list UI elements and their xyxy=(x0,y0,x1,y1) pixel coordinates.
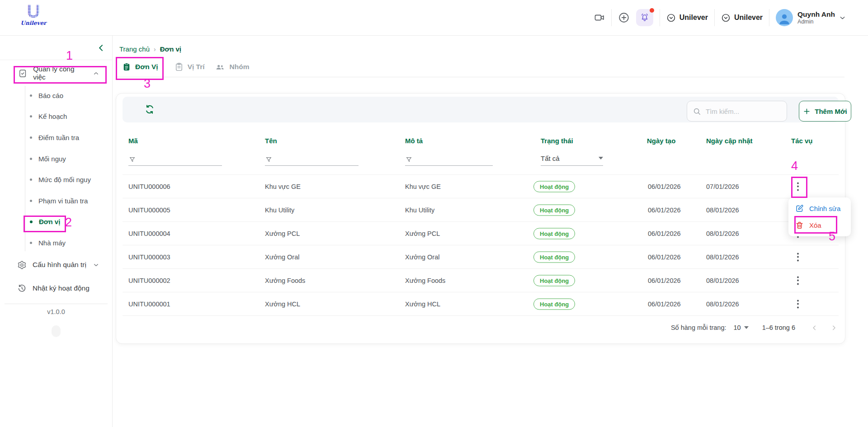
sidebar-item-muc-do-moi-nguy[interactable]: Mức độ mối nguy xyxy=(0,169,112,190)
scrollbar-thumb[interactable] xyxy=(52,325,61,337)
bullet-dot xyxy=(30,200,32,202)
cell-created: 06/01/2026 xyxy=(648,253,681,261)
cell-name: Xưởng Foods xyxy=(265,277,305,284)
column-header-name: Tên xyxy=(265,137,277,145)
table-row: UNITU000001 Xưởng HCL Xưởng HCL Hoạt độn… xyxy=(123,292,839,316)
column-header-updated: Ngày cập nhật xyxy=(706,137,753,145)
context-menu-edit[interactable]: Chỉnh sửa xyxy=(788,200,851,217)
context-menu-delete[interactable]: Xóa xyxy=(788,217,851,234)
row-actions-menu-button[interactable] xyxy=(793,250,802,264)
breadcrumb-home-link[interactable]: Trang chủ xyxy=(119,45,150,53)
row-actions-menu-button[interactable] xyxy=(793,179,802,193)
cell-created: 06/01/2026 xyxy=(648,277,681,284)
divider xyxy=(5,304,108,304)
sidebar-item-activity-log[interactable]: Nhật ký hoạt động xyxy=(0,279,112,297)
column-header-created: Ngày tạo xyxy=(647,137,675,145)
tab-vi-tri[interactable]: Vị Trí xyxy=(175,62,205,71)
sidebar-item-ke-hoach[interactable]: Kế hoạch xyxy=(0,106,112,127)
app-root: U Unilever xyxy=(0,0,868,427)
cell-code: UNITU000002 xyxy=(128,277,170,284)
org-switcher-2[interactable]: Unilever xyxy=(721,13,763,23)
search-input[interactable] xyxy=(705,107,779,116)
notification-badge xyxy=(650,8,654,13)
org-switcher-2-label: Unilever xyxy=(734,14,763,22)
status-badge: Hoạt động xyxy=(533,251,575,263)
unilever-u-icon: U xyxy=(20,3,47,21)
org-switcher-1-label: Unilever xyxy=(679,14,708,22)
next-page-button[interactable] xyxy=(830,324,838,332)
tab-bar: Đơn Vị Vị Trí Nhóm xyxy=(112,57,249,77)
sidebar-item-bao-cao[interactable]: Báo cáo xyxy=(0,85,112,106)
sidebar-collapse-button[interactable] xyxy=(97,43,106,52)
status-badge: Hoạt động xyxy=(533,298,575,310)
column-header-code: Mã xyxy=(128,137,138,145)
cell-updated: 08/01/2026 xyxy=(706,277,739,284)
user-info[interactable]: Quynh Anh Admin xyxy=(797,10,835,25)
cell-updated: 08/01/2026 xyxy=(706,253,739,261)
sidebar-item-pham-vi-tuan-tra[interactable]: Phạm vi tuần tra xyxy=(0,190,112,211)
bell-icon xyxy=(640,13,650,23)
cell-description: Xưởng HCL xyxy=(405,300,440,308)
tab-nhom[interactable]: Nhóm xyxy=(215,62,250,71)
context-menu-edit-label: Chỉnh sửa xyxy=(809,205,840,212)
top-bar-actions: Unilever Unilever Quynh Anh Admin xyxy=(594,0,846,35)
sidebar-item-don-vi[interactable]: Đơn vị xyxy=(0,211,112,233)
previous-page-button[interactable] xyxy=(811,324,818,332)
task-doc-icon xyxy=(18,69,27,78)
refresh-button[interactable] xyxy=(144,104,155,115)
sidebar-item-moi-nguy[interactable]: Mối nguy xyxy=(0,148,112,169)
breadcrumb-current: Đơn vị xyxy=(160,45,181,53)
column-header-actions: Tác vụ xyxy=(791,137,813,145)
person-icon xyxy=(777,11,792,26)
user-menu-chevron-icon[interactable] xyxy=(839,14,846,22)
add-circle-icon[interactable] xyxy=(618,12,630,23)
cell-code: UNITU000004 xyxy=(128,230,170,237)
user-avatar[interactable] xyxy=(776,9,793,26)
sidebar-item-admin-config[interactable]: Cấu hình quản trị xyxy=(0,256,112,274)
unilever-logo: U Unilever xyxy=(20,3,47,26)
status-filter-select[interactable]: Tất cả xyxy=(541,152,603,166)
svg-text:U: U xyxy=(27,3,40,21)
video-camera-icon[interactable] xyxy=(594,12,605,23)
rows-per-page-select[interactable]: 10 xyxy=(733,324,748,331)
filter-input-name[interactable] xyxy=(265,151,359,166)
divider xyxy=(769,9,769,26)
chevron-up-icon xyxy=(93,70,99,77)
sidebar-item-label: Quản lý công việc xyxy=(33,65,87,81)
notification-bell-button[interactable] xyxy=(636,9,653,26)
plus-icon xyxy=(803,108,811,115)
row-actions-menu-button[interactable] xyxy=(793,273,802,287)
sidebar-item-work-management[interactable]: Quản lý công việc xyxy=(0,64,112,82)
history-icon xyxy=(17,284,27,293)
tab-don-vi[interactable]: Đơn Vị xyxy=(122,62,158,71)
sidebar-item-nha-may[interactable]: Nhà máy xyxy=(0,232,112,253)
cell-description: Xưởng Foods xyxy=(405,277,445,284)
table-row: UNITU000004 Xưởng PCL Xưởng PCL Hoạt độn… xyxy=(123,221,839,245)
cell-code: UNITU000006 xyxy=(128,183,170,190)
table-row: UNITU000003 Xưởng Oral Xưởng Oral Hoạt đ… xyxy=(123,245,839,268)
cell-updated: 08/01/2026 xyxy=(706,206,739,214)
org-switcher-1[interactable]: Unilever xyxy=(666,13,708,23)
search-box xyxy=(687,101,787,122)
sidebar-item-label: Nhật ký hoạt động xyxy=(33,284,90,292)
cell-name: Khu Utility xyxy=(265,206,294,214)
filter-input-description[interactable] xyxy=(405,151,493,166)
sidebar-item-diem-tuan-tra[interactable]: Điểm tuần tra xyxy=(0,127,112,148)
bullet-dot xyxy=(30,221,33,223)
add-new-button[interactable]: Thêm Mới xyxy=(799,101,851,122)
bullet-dot xyxy=(30,115,32,117)
sidebar-item-label: Cấu hình quản trị xyxy=(33,261,86,269)
tab-label: Đơn Vị xyxy=(135,63,158,71)
user-role: Admin xyxy=(797,19,835,25)
row-actions-menu-button[interactable] xyxy=(793,297,802,311)
pagination-nav xyxy=(811,324,838,332)
filter-input-code[interactable] xyxy=(128,151,222,166)
cell-code: UNITU000001 xyxy=(128,300,170,308)
trash-icon xyxy=(795,221,804,230)
cell-name: Khu vực GE xyxy=(265,183,301,190)
circle-chevron-down-icon xyxy=(721,13,731,23)
rows-per-page-value: 10 xyxy=(733,324,741,331)
dropdown-caret-icon xyxy=(744,326,749,329)
sidebar-item-label: Điểm tuần tra xyxy=(38,134,79,141)
sidebar: Quản lý công việc Báo cáo Kế hoạch Điểm … xyxy=(0,35,113,427)
